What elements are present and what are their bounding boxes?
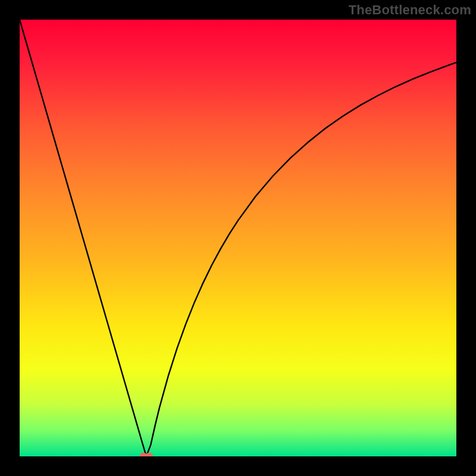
chart-frame: TheBottleneck.com: [0, 0, 476, 476]
watermark-text: TheBottleneck.com: [349, 2, 471, 18]
plot-svg: [20, 20, 456, 456]
gradient-background: [20, 20, 456, 456]
plot-area: [20, 20, 456, 456]
